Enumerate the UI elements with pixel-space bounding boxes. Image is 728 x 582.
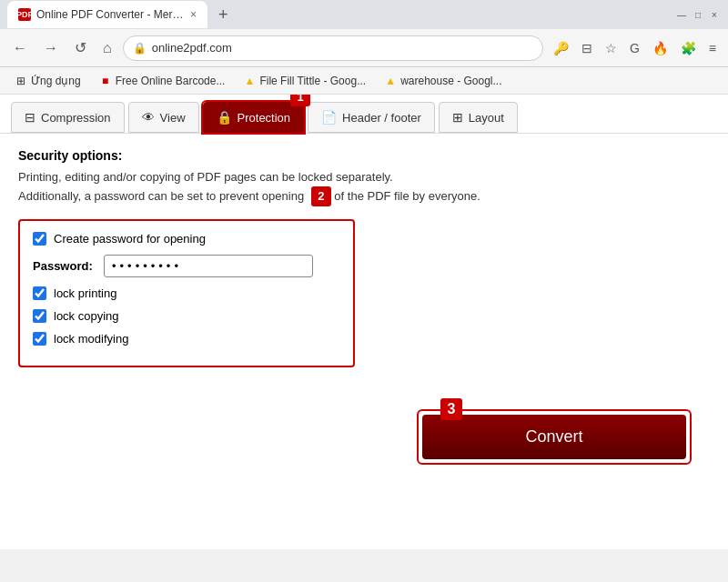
step1-annotation: 1 <box>290 95 310 106</box>
content-area: ⊟ Compression 👁 View 🔒 Protection 1 📄 He… <box>0 95 728 549</box>
header-icon: 📄 <box>321 110 337 125</box>
menu-icon[interactable]: ≡ <box>704 38 721 58</box>
address-bar[interactable]: 🔒 online2pdf.com <box>123 35 543 61</box>
close-btn[interactable]: × <box>708 8 721 21</box>
step2-annotation: 2 <box>311 186 331 206</box>
tab-protection[interactable]: 🔒 Protection 1 <box>203 102 305 133</box>
fire-icon[interactable]: 🔥 <box>648 38 672 58</box>
nav-bar: ← → ↺ ⌂ 🔒 online2pdf.com 🔑 ⊟ ☆ G 🔥 🧩 ≡ <box>0 29 728 67</box>
security-title: Security options: <box>18 148 710 163</box>
home-btn[interactable]: ⌂ <box>97 36 117 60</box>
barcode-icon: ■ <box>99 75 112 87</box>
bookmark-apps-label: Ứng dụng <box>31 75 81 87</box>
lock-modifying-label[interactable]: lock modifying <box>54 332 128 346</box>
app-tabs: ⊟ Compression 👁 View 🔒 Protection 1 📄 He… <box>0 95 728 134</box>
browser-chrome: PDF Online PDF Converter - Merge, c... ×… <box>0 0 728 549</box>
layout-icon: ⊞ <box>452 110 463 125</box>
security-options-box: Create password for opening Password: lo… <box>18 219 355 367</box>
title-bar: PDF Online PDF Converter - Merge, c... ×… <box>0 0 728 29</box>
bookmark-apps[interactable]: ⊞ Ứng dụng <box>7 73 88 89</box>
tab-view-label: View <box>160 111 186 125</box>
convert-area: 3 Convert <box>18 395 710 479</box>
convert-button[interactable]: Convert <box>422 415 686 459</box>
bookmark-file-label: File Fill Tittle - Goog... <box>259 75 366 87</box>
security-description: Printing, editing and/or copying of PDF … <box>18 168 710 206</box>
extensions-icon[interactable]: 🧩 <box>676 38 701 58</box>
title-bar-left: PDF Online PDF Converter - Merge, c... ×… <box>7 1 236 28</box>
security-content: Security options: Printing, editing and/… <box>0 134 728 494</box>
browser-tab[interactable]: PDF Online PDF Converter - Merge, c... × <box>7 1 207 28</box>
create-password-checkbox[interactable] <box>33 232 46 246</box>
forward-btn[interactable]: → <box>38 36 64 60</box>
window-controls: — □ × <box>675 8 721 21</box>
lock-modifying-row: lock modifying <box>33 332 340 346</box>
lock-copying-checkbox[interactable] <box>33 309 46 323</box>
bookmark-barcode-label: Free Online Barcode... <box>116 75 226 87</box>
tab-header-footer[interactable]: 📄 Header / footer <box>308 102 435 133</box>
compression-icon: ⊟ <box>25 110 35 125</box>
ssl-lock-icon: 🔒 <box>133 42 147 55</box>
tab-compression-label: Compression <box>41 111 111 125</box>
apps-icon: ⊞ <box>15 75 27 87</box>
bookmarks-bar: ⊞ Ứng dụng ■ Free Online Barcode... ▲ Fi… <box>0 67 728 95</box>
tab-layout-label: Layout <box>469 111 504 125</box>
address-text: online2pdf.com <box>152 41 232 55</box>
lock-printing-checkbox[interactable] <box>33 286 46 300</box>
bookmark-barcode[interactable]: ■ Free Online Barcode... <box>92 73 233 89</box>
tab-compression[interactable]: ⊟ Compression <box>11 102 125 133</box>
lock-tab-icon: 🔒 <box>217 110 232 125</box>
minimize-btn[interactable]: — <box>675 8 688 21</box>
tab-close-btn[interactable]: × <box>190 8 197 21</box>
tab-protection-label: Protection <box>238 111 291 125</box>
bookmark-warehouse-label: warehouse - Googl... <box>400 75 501 87</box>
lock-modifying-checkbox[interactable] <box>33 332 46 346</box>
create-password-label[interactable]: Create password for opening <box>54 232 206 246</box>
create-password-row: Create password for opening <box>33 232 340 246</box>
google-icon[interactable]: G <box>625 38 644 58</box>
maximize-btn[interactable]: □ <box>692 8 704 21</box>
step3-annotation: 3 <box>440 398 462 420</box>
new-tab-btn[interactable]: + <box>211 1 236 28</box>
lock-copying-row: lock copying <box>33 309 340 323</box>
refresh-btn[interactable]: ↺ <box>69 35 92 60</box>
lock-printing-label[interactable]: lock printing <box>54 286 116 300</box>
tab-layout[interactable]: ⊞ Layout <box>439 102 518 133</box>
view-icon: 👁 <box>142 110 155 125</box>
password-label: Password: <box>33 259 96 273</box>
key-icon[interactable]: 🔑 <box>549 38 573 58</box>
back-btn[interactable]: ← <box>7 36 33 60</box>
tab-header-footer-label: Header / footer <box>342 111 421 125</box>
translate-icon[interactable]: ⊟ <box>577 38 597 58</box>
tab-favicon: PDF <box>18 8 31 21</box>
bookmark-warehouse[interactable]: ▲ warehouse - Googl... <box>377 73 509 89</box>
lock-printing-row: lock printing <box>33 286 340 300</box>
password-row: Password: <box>33 255 340 277</box>
tab-view[interactable]: 👁 View <box>128 102 199 133</box>
bookmark-file[interactable]: ▲ File Fill Tittle - Goog... <box>236 73 373 89</box>
bookmark-star-icon[interactable]: ☆ <box>601 38 622 58</box>
lock-copying-label[interactable]: lock copying <box>54 309 119 323</box>
password-input[interactable] <box>104 255 313 277</box>
drive-icon-2: ▲ <box>384 75 397 87</box>
tab-title: Online PDF Converter - Merge, c... <box>36 8 185 21</box>
drive-icon-1: ▲ <box>243 75 256 87</box>
nav-actions: 🔑 ⊟ ☆ G 🔥 🧩 ≡ <box>549 38 721 58</box>
